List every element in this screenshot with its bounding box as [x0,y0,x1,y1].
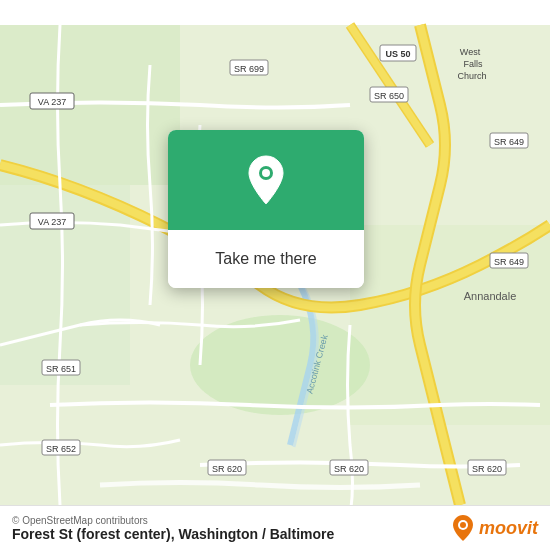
svg-point-37 [460,522,466,528]
svg-text:VA 237: VA 237 [38,217,66,227]
svg-text:US 50: US 50 [385,49,410,59]
popup-card: Take me there [168,130,364,288]
location-pin-icon [244,154,288,206]
svg-text:Church: Church [457,71,486,81]
svg-text:SR 699: SR 699 [234,64,264,74]
svg-text:West: West [460,47,481,57]
svg-text:SR 649: SR 649 [494,257,524,267]
attribution-text: © OpenStreetMap contributors [12,515,334,526]
svg-text:Annandale: Annandale [464,290,517,302]
svg-text:SR 620: SR 620 [472,464,502,474]
svg-point-4 [190,315,370,415]
take-me-there-button[interactable]: Take me there [184,242,348,276]
popup-green-section [168,130,364,230]
svg-text:SR 652: SR 652 [46,444,76,454]
svg-text:SR 651: SR 651 [46,364,76,374]
bottom-left-section: © OpenStreetMap contributors Forest St (… [12,515,334,542]
svg-text:SR 649: SR 649 [494,137,524,147]
svg-point-35 [262,169,270,177]
svg-text:SR 620: SR 620 [334,464,364,474]
svg-text:SR 620: SR 620 [212,464,242,474]
map-container: US 50 West Falls Church VA 237 VA 237 SR… [0,0,550,550]
popup-button-area: Take me there [168,230,364,288]
svg-text:SR 650: SR 650 [374,91,404,101]
svg-text:Falls: Falls [463,59,483,69]
moovit-logo: moovit [451,514,538,542]
moovit-pin-icon [451,514,475,542]
moovit-brand-text: moovit [479,518,538,539]
bottom-bar: © OpenStreetMap contributors Forest St (… [0,505,550,550]
svg-text:VA 237: VA 237 [38,97,66,107]
location-title: Forest St (forest center), Washington / … [12,526,334,542]
